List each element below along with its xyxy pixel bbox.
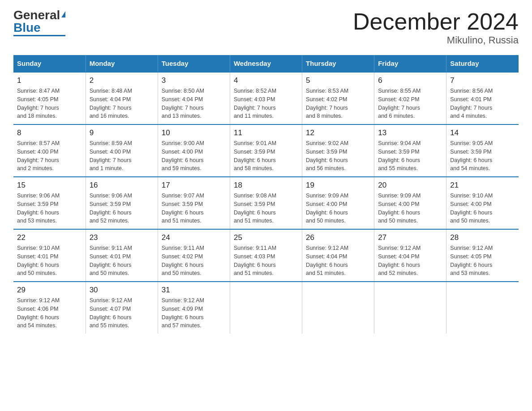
day-number: 24 <box>162 233 226 242</box>
calendar-week-row: 15Sunrise: 9:06 AM Sunset: 3:59 PM Dayli… <box>13 177 519 229</box>
calendar-cell: 13Sunrise: 9:04 AM Sunset: 3:59 PM Dayli… <box>374 124 446 177</box>
calendar-cell: 16Sunrise: 9:06 AM Sunset: 3:59 PM Dayli… <box>86 177 158 229</box>
calendar-cell: 5Sunrise: 8:53 AM Sunset: 4:02 PM Daylig… <box>302 72 374 124</box>
day-info: Sunrise: 9:06 AM Sunset: 3:59 PM Dayligh… <box>17 192 82 225</box>
day-number: 8 <box>17 128 82 137</box>
calendar-cell: 9Sunrise: 8:59 AM Sunset: 4:00 PM Daylig… <box>86 124 158 177</box>
calendar-cell <box>446 282 519 334</box>
logo-underline <box>13 35 65 36</box>
day-number: 13 <box>378 128 442 137</box>
day-info: Sunrise: 9:12 AM Sunset: 4:04 PM Dayligh… <box>378 244 442 278</box>
calendar-cell: 7Sunrise: 8:56 AM Sunset: 4:01 PM Daylig… <box>446 72 519 124</box>
day-number: 9 <box>90 128 154 137</box>
calendar-cell: 4Sunrise: 8:52 AM Sunset: 4:03 PM Daylig… <box>230 72 302 124</box>
calendar-cell: 26Sunrise: 9:12 AM Sunset: 4:04 PM Dayli… <box>302 229 374 282</box>
day-number: 15 <box>17 181 82 190</box>
calendar-week-row: 1Sunrise: 8:47 AM Sunset: 4:05 PM Daylig… <box>13 72 519 124</box>
page-header: General Blue December 2024 Mikulino, Rus… <box>13 9 519 46</box>
calendar-cell: 27Sunrise: 9:12 AM Sunset: 4:04 PM Dayli… <box>374 229 446 282</box>
day-info: Sunrise: 9:08 AM Sunset: 3:59 PM Dayligh… <box>234 192 298 225</box>
day-number: 29 <box>17 286 82 295</box>
calendar-cell: 3Sunrise: 8:50 AM Sunset: 4:04 PM Daylig… <box>158 72 230 124</box>
day-number: 25 <box>234 233 298 242</box>
calendar-cell <box>302 282 374 334</box>
day-info: Sunrise: 9:07 AM Sunset: 3:59 PM Dayligh… <box>162 192 226 225</box>
calendar-cell: 21Sunrise: 9:10 AM Sunset: 4:00 PM Dayli… <box>446 177 519 229</box>
weekday-header-row: SundayMondayTuesdayWednesdayThursdayFrid… <box>13 55 519 72</box>
weekday-header-saturday: Saturday <box>446 55 519 72</box>
day-number: 22 <box>17 233 82 242</box>
calendar-cell: 11Sunrise: 9:01 AM Sunset: 3:59 PM Dayli… <box>230 124 302 177</box>
calendar-cell: 28Sunrise: 9:12 AM Sunset: 4:05 PM Dayli… <box>446 229 519 282</box>
day-number: 3 <box>162 76 226 85</box>
day-info: Sunrise: 9:12 AM Sunset: 4:09 PM Dayligh… <box>162 296 226 330</box>
logo: General Blue <box>13 9 65 36</box>
day-info: Sunrise: 9:10 AM Sunset: 4:01 PM Dayligh… <box>17 244 82 278</box>
calendar-cell <box>230 282 302 334</box>
calendar-cell: 25Sunrise: 9:11 AM Sunset: 4:03 PM Dayli… <box>230 229 302 282</box>
weekday-header-sunday: Sunday <box>13 55 86 72</box>
day-number: 27 <box>378 233 442 242</box>
day-number: 7 <box>450 76 515 85</box>
day-info: Sunrise: 9:12 AM Sunset: 4:04 PM Dayligh… <box>306 244 370 278</box>
calendar-week-row: 8Sunrise: 8:57 AM Sunset: 4:00 PM Daylig… <box>13 124 519 177</box>
day-info: Sunrise: 9:12 AM Sunset: 4:05 PM Dayligh… <box>450 244 515 278</box>
day-info: Sunrise: 8:53 AM Sunset: 4:02 PM Dayligh… <box>306 87 370 120</box>
calendar-cell: 30Sunrise: 9:12 AM Sunset: 4:07 PM Dayli… <box>86 282 158 334</box>
day-info: Sunrise: 9:02 AM Sunset: 3:59 PM Dayligh… <box>306 139 370 173</box>
day-info: Sunrise: 9:10 AM Sunset: 4:00 PM Dayligh… <box>450 192 515 225</box>
day-info: Sunrise: 8:55 AM Sunset: 4:02 PM Dayligh… <box>378 87 442 120</box>
calendar-cell: 12Sunrise: 9:02 AM Sunset: 3:59 PM Dayli… <box>302 124 374 177</box>
weekday-header-monday: Monday <box>86 55 158 72</box>
day-info: Sunrise: 9:01 AM Sunset: 3:59 PM Dayligh… <box>234 139 298 173</box>
day-number: 12 <box>306 128 370 137</box>
calendar-cell: 19Sunrise: 9:09 AM Sunset: 4:00 PM Dayli… <box>302 177 374 229</box>
calendar-table: SundayMondayTuesdayWednesdayThursdayFrid… <box>13 55 519 334</box>
day-number: 19 <box>306 181 370 190</box>
weekday-header-wednesday: Wednesday <box>230 55 302 72</box>
calendar-week-row: 22Sunrise: 9:10 AM Sunset: 4:01 PM Dayli… <box>13 229 519 282</box>
calendar-cell: 24Sunrise: 9:11 AM Sunset: 4:02 PM Dayli… <box>158 229 230 282</box>
day-info: Sunrise: 8:52 AM Sunset: 4:03 PM Dayligh… <box>234 87 298 120</box>
calendar-cell: 6Sunrise: 8:55 AM Sunset: 4:02 PM Daylig… <box>374 72 446 124</box>
calendar-cell: 1Sunrise: 8:47 AM Sunset: 4:05 PM Daylig… <box>13 72 86 124</box>
day-number: 30 <box>90 286 154 295</box>
day-info: Sunrise: 9:12 AM Sunset: 4:06 PM Dayligh… <box>17 296 82 330</box>
calendar-location: Mikulino, Russia <box>353 34 519 46</box>
day-info: Sunrise: 9:00 AM Sunset: 4:00 PM Dayligh… <box>162 139 226 173</box>
day-info: Sunrise: 9:11 AM Sunset: 4:02 PM Dayligh… <box>162 244 226 278</box>
day-number: 28 <box>450 233 515 242</box>
calendar-cell: 29Sunrise: 9:12 AM Sunset: 4:06 PM Dayli… <box>13 282 86 334</box>
day-info: Sunrise: 9:09 AM Sunset: 4:00 PM Dayligh… <box>378 192 442 225</box>
day-number: 4 <box>234 76 298 85</box>
weekday-header-friday: Friday <box>374 55 446 72</box>
day-number: 2 <box>90 76 154 85</box>
calendar-cell: 18Sunrise: 9:08 AM Sunset: 3:59 PM Dayli… <box>230 177 302 229</box>
weekday-header-tuesday: Tuesday <box>158 55 230 72</box>
day-info: Sunrise: 9:11 AM Sunset: 4:01 PM Dayligh… <box>90 244 154 278</box>
day-info: Sunrise: 8:47 AM Sunset: 4:05 PM Dayligh… <box>17 87 82 120</box>
day-info: Sunrise: 8:50 AM Sunset: 4:04 PM Dayligh… <box>162 87 226 120</box>
day-number: 17 <box>162 181 226 190</box>
day-number: 11 <box>234 128 298 137</box>
day-info: Sunrise: 9:04 AM Sunset: 3:59 PM Dayligh… <box>378 139 442 173</box>
day-info: Sunrise: 9:05 AM Sunset: 3:59 PM Dayligh… <box>450 139 515 173</box>
day-number: 26 <box>306 233 370 242</box>
logo-general-text: General <box>13 9 60 21</box>
day-number: 21 <box>450 181 515 190</box>
day-info: Sunrise: 8:56 AM Sunset: 4:01 PM Dayligh… <box>450 87 515 120</box>
day-number: 1 <box>17 76 82 85</box>
day-info: Sunrise: 8:48 AM Sunset: 4:04 PM Dayligh… <box>90 87 154 120</box>
day-number: 10 <box>162 128 226 137</box>
day-info: Sunrise: 8:59 AM Sunset: 4:00 PM Dayligh… <box>90 139 154 173</box>
calendar-cell: 8Sunrise: 8:57 AM Sunset: 4:00 PM Daylig… <box>13 124 86 177</box>
day-info: Sunrise: 9:12 AM Sunset: 4:07 PM Dayligh… <box>90 296 154 330</box>
day-info: Sunrise: 8:57 AM Sunset: 4:00 PM Dayligh… <box>17 139 82 173</box>
logo-blue-text: Blue <box>13 21 41 34</box>
calendar-cell: 23Sunrise: 9:11 AM Sunset: 4:01 PM Dayli… <box>86 229 158 282</box>
weekday-header-thursday: Thursday <box>302 55 374 72</box>
day-info: Sunrise: 9:09 AM Sunset: 4:00 PM Dayligh… <box>306 192 370 225</box>
calendar-cell: 10Sunrise: 9:00 AM Sunset: 4:00 PM Dayli… <box>158 124 230 177</box>
day-number: 6 <box>378 76 442 85</box>
day-number: 16 <box>90 181 154 190</box>
